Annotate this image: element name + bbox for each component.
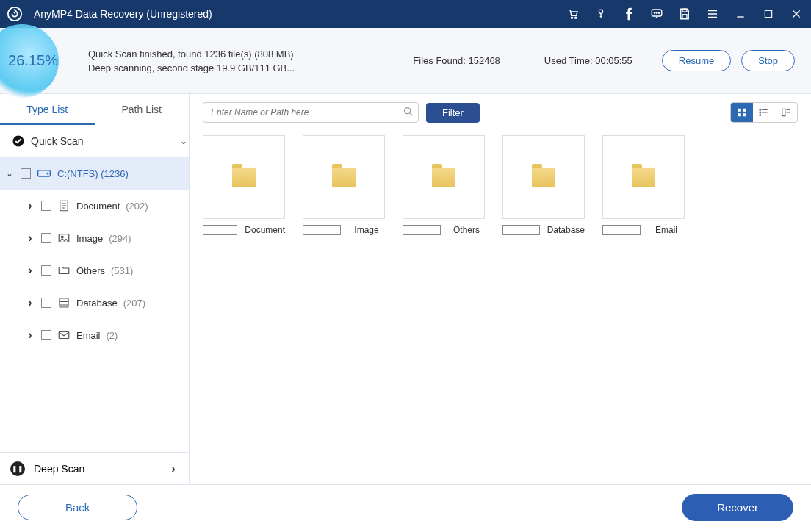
stop-button[interactable]: Stop [741, 50, 795, 71]
feedback-icon[interactable] [649, 7, 664, 21]
tree: Quick Scan C:(NTFS) (1236) Document (202… [0, 125, 189, 452]
tree-cat-document[interactable]: Document (202) [0, 190, 189, 222]
tile-checkbox[interactable] [403, 225, 441, 235]
back-button[interactable]: Back [18, 495, 137, 520]
svg-point-19 [405, 108, 411, 114]
tile-label: Database [547, 225, 585, 235]
tile-email[interactable]: Email [602, 135, 685, 235]
cat-checkbox[interactable] [41, 265, 51, 276]
svg-point-3 [599, 10, 602, 13]
menu-icon[interactable] [705, 7, 720, 21]
quick-scan-label: Quick Scan [31, 135, 84, 147]
files-found: Files Found: 152468 [413, 55, 500, 66]
tile-document[interactable]: Document [203, 135, 285, 235]
check-circle-icon [12, 134, 25, 148]
folder-icon [432, 168, 455, 187]
svg-rect-23 [743, 113, 746, 116]
pause-icon: ❚❚ [10, 461, 25, 476]
recover-button[interactable]: Recover [682, 494, 793, 521]
svg-rect-17 [60, 298, 68, 307]
key-icon[interactable] [594, 7, 608, 21]
chevron-right-icon[interactable] [168, 462, 179, 475]
svg-point-24 [760, 109, 761, 111]
chevron-right-icon[interactable] [25, 264, 35, 277]
tile-database[interactable]: Database [502, 135, 585, 235]
cat-count: (207) [123, 298, 145, 309]
tile-checkbox[interactable] [502, 225, 540, 235]
filter-button[interactable]: Filter [426, 103, 480, 123]
svg-rect-27 [782, 109, 785, 115]
tree-drive[interactable]: C:(NTFS) (1236) [0, 157, 189, 190]
svg-rect-22 [738, 113, 741, 116]
progress-circle: 26.15% [0, 28, 66, 94]
cat-checkbox[interactable] [41, 233, 51, 243]
sidebar: Type List Path List Quick Scan C:(NTFS) … [0, 94, 190, 484]
svg-rect-18 [59, 332, 69, 339]
cart-icon[interactable] [566, 7, 580, 21]
tile-others[interactable]: Others [403, 135, 485, 235]
chevron-right-icon[interactable] [25, 328, 35, 342]
cat-label: Email [76, 330, 101, 341]
chevron-right-icon[interactable] [25, 231, 35, 245]
tile-checkbox[interactable] [303, 225, 341, 235]
view-detail-icon[interactable] [775, 103, 797, 122]
chevron-right-icon[interactable] [25, 199, 35, 212]
tile-label: Document [245, 225, 285, 235]
tree-deep-scan[interactable]: ❚❚ Deep Scan [0, 452, 189, 484]
chevron-down-icon[interactable] [179, 136, 189, 146]
resume-button[interactable]: Resume [662, 50, 731, 71]
folder-icon [532, 168, 555, 187]
tree-cat-email[interactable]: Email (2) [0, 319, 189, 351]
svg-point-13 [47, 173, 48, 174]
disk-icon [37, 168, 51, 179]
view-mode-switch [730, 102, 798, 123]
footer: Back Recover [0, 484, 811, 530]
cat-label: Others [76, 265, 105, 276]
svg-point-6 [656, 12, 657, 14]
content-area: Filter Document Image Others Da [190, 94, 811, 484]
titlebar: AnyMP4 Data Recovery (Unregistered) [0, 0, 811, 28]
facebook-icon[interactable] [621, 7, 636, 21]
chevron-down-icon[interactable] [4, 168, 15, 179]
svg-point-5 [654, 12, 655, 14]
svg-rect-20 [738, 109, 741, 112]
email-icon [57, 328, 71, 342]
used-time: Used Time: 00:05:55 [544, 55, 632, 66]
svg-point-7 [658, 12, 660, 14]
tree-cat-database[interactable]: Database (207) [0, 287, 189, 319]
maximize-icon[interactable] [761, 7, 776, 21]
search-icon[interactable] [403, 106, 414, 118]
cat-label: Database [76, 298, 118, 309]
window-title: AnyMP4 Data Recovery (Unregistered) [34, 8, 566, 20]
cat-checkbox[interactable] [41, 201, 51, 211]
tile-checkbox[interactable] [602, 225, 641, 235]
progress-percent: 26.15% [8, 52, 58, 69]
drive-label: C:(NTFS) (1236) [57, 168, 129, 179]
tree-quick-scan[interactable]: Quick Scan [0, 125, 189, 157]
cat-count: (2) [107, 330, 118, 341]
drive-checkbox[interactable] [21, 168, 31, 179]
close-icon[interactable] [789, 7, 804, 21]
tile-checkbox[interactable] [203, 225, 237, 235]
svg-point-25 [760, 112, 761, 113]
tree-cat-others[interactable]: Others (531) [0, 254, 189, 287]
svg-rect-8 [682, 9, 687, 12]
cat-checkbox[interactable] [41, 330, 51, 340]
tab-type-list[interactable]: Type List [0, 94, 95, 125]
folder-icon [632, 168, 655, 187]
view-list-icon[interactable] [753, 103, 775, 122]
minimize-icon[interactable] [733, 7, 748, 21]
tile-label: Image [348, 225, 385, 235]
tile-image[interactable]: Image [303, 135, 385, 235]
folder-grid: Document Image Others Database Email [190, 131, 811, 484]
tab-path-list[interactable]: Path List [95, 94, 190, 125]
cat-checkbox[interactable] [41, 298, 51, 308]
search-box [203, 102, 419, 123]
cat-label: Document [76, 201, 120, 212]
svg-rect-10 [765, 10, 771, 17]
tree-cat-image[interactable]: Image (294) [0, 222, 189, 254]
search-input[interactable] [203, 102, 419, 123]
view-grid-icon[interactable] [731, 103, 753, 122]
chevron-right-icon[interactable] [25, 296, 35, 309]
save-icon[interactable] [677, 7, 692, 21]
